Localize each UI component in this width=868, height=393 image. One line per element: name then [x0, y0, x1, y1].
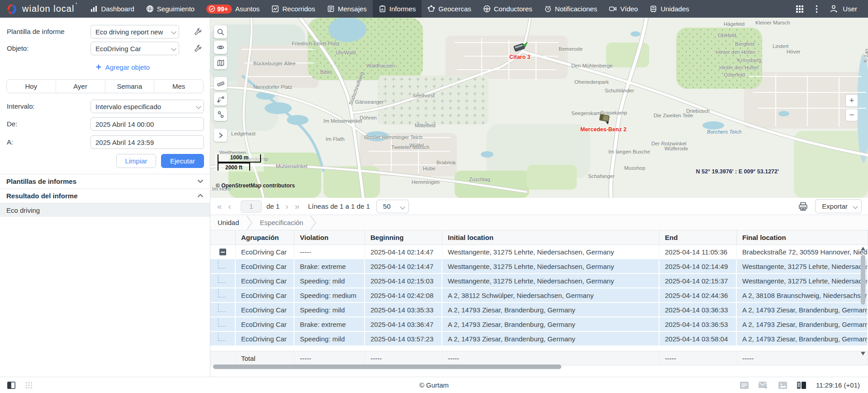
header-initial-location[interactable]: Initial location	[442, 230, 659, 244]
vscroll-thumb[interactable]	[861, 255, 865, 305]
section-report-templates[interactable]: Plantillas de informes	[0, 174, 210, 188]
clear-button[interactable]: Limpiar	[116, 154, 156, 168]
export-button[interactable]: Exportar	[815, 199, 862, 213]
object-select[interactable]: EcoDriving Car	[90, 42, 179, 55]
table-horizontal-scrollbar[interactable]	[210, 364, 868, 369]
interval-select[interactable]: Intervalo especificado	[90, 100, 204, 113]
map-view[interactable]: Friedrich-Ebert-PlatzBückeburger AlleeNe…	[210, 18, 868, 198]
map-visibility-button[interactable]	[214, 41, 227, 54]
page-number-input[interactable]: 1	[241, 200, 262, 213]
header-agrupacion[interactable]: Agrupación	[236, 230, 294, 244]
unit-marker-mercedes[interactable]: Mercedes-Benz 2	[598, 112, 611, 127]
nav-recorridos[interactable]: Recorridos	[266, 0, 321, 18]
map-waypoints-button[interactable]	[214, 108, 227, 121]
map-track-button[interactable]	[214, 92, 227, 105]
mail-notification-icon[interactable]	[759, 382, 768, 389]
table-row[interactable]: EcoDriving Car Speeding: mild 2025-04-14…	[210, 332, 868, 346]
header-end[interactable]: End	[659, 230, 737, 244]
nav-seguimiento[interactable]: Seguimiento	[140, 0, 200, 18]
nav-mensajes[interactable]: Mensajes	[321, 0, 373, 18]
quick-range-switcher: Hoy Ayer Semana Mes	[6, 79, 204, 93]
zoom-out-button[interactable]: −	[845, 109, 858, 121]
table-row[interactable]: EcoDriving Car Brake: extreme 2025-04-14…	[210, 259, 868, 274]
map-place-label: Lindert	[773, 43, 788, 49]
execute-button[interactable]: Ejecutar	[161, 154, 204, 168]
range-week[interactable]: Semana	[105, 80, 155, 93]
next-page-button[interactable]: ›	[282, 202, 291, 211]
header-violation[interactable]: Violation	[294, 230, 365, 244]
page-size-value: 50	[383, 202, 391, 210]
table-row[interactable]: EcoDriving Car Speeding: medium 2025-04-…	[210, 288, 868, 303]
prev-page-button[interactable]: ‹	[225, 202, 234, 211]
to-date-input[interactable]: 2025 Abril 14 23:59	[90, 135, 204, 149]
object-settings-wrench-icon[interactable]	[194, 44, 203, 53]
toggle-left-panel-icon[interactable]	[7, 382, 15, 389]
table-vertical-scrollbar[interactable]	[860, 247, 866, 355]
nav-asuntos[interactable]: 99+ Asuntos	[200, 0, 266, 18]
map-place-label: Bückeburger Allee	[253, 61, 295, 66]
range-yesterday[interactable]: Ayer	[56, 80, 105, 93]
range-month[interactable]: Mes	[154, 80, 203, 93]
nav-informes[interactable]: Informes	[373, 0, 422, 18]
cell-end: 2025-04-14 03:58:04	[659, 332, 737, 345]
user-menu[interactable]: User	[830, 5, 857, 13]
map-place-label: Höver	[787, 49, 801, 54]
table-row[interactable]: EcoDriving Car Speeding: mild 2025-04-14…	[210, 274, 868, 288]
page-size-select[interactable]: 50	[376, 200, 409, 213]
table-row[interactable]: EcoDriving Car Brake: extreme 2025-04-14…	[210, 317, 868, 332]
apps-grid-icon[interactable]	[796, 5, 804, 13]
map-expand-button[interactable]	[214, 129, 227, 142]
last-page-button[interactable]: »	[291, 202, 303, 211]
from-date-input[interactable]: 2025 Abril 14 00:00	[90, 117, 204, 131]
nav-notificaciones[interactable]: Notificaciones	[538, 0, 603, 18]
wialon-logo[interactable]: wialon local	[0, 3, 84, 15]
header-final-location[interactable]: Final location	[737, 230, 868, 244]
nav-label: Vídeo	[620, 5, 638, 13]
template-label: Plantilla de informe	[7, 28, 65, 35]
nav-unidades[interactable]: Unidades	[644, 0, 695, 18]
nav-label: Notificaciones	[555, 5, 597, 13]
template-settings-wrench-icon[interactable]	[194, 27, 203, 36]
section-report-result[interactable]: Resultado del informe	[0, 188, 210, 203]
user-icon	[830, 5, 838, 13]
image-panel-icon[interactable]	[778, 382, 787, 389]
scroll-down-arrow[interactable]	[861, 352, 865, 355]
scroll-up-arrow[interactable]	[861, 247, 865, 250]
truck-icon	[598, 112, 611, 125]
first-page-button[interactable]: «	[214, 202, 225, 211]
split-view-icon[interactable]	[797, 382, 806, 389]
collapse-group-icon[interactable]	[219, 249, 226, 255]
range-today[interactable]: Hoy	[7, 80, 56, 93]
add-object-button[interactable]: + Agregar objeto	[96, 63, 150, 71]
section-label: Plantillas de informes	[6, 177, 76, 185]
log-panel-icon[interactable]	[740, 382, 749, 389]
nav-video[interactable]: Vídeo	[603, 0, 644, 18]
template-select[interactable]: Eco driving report new	[90, 25, 179, 38]
unit-marker-citaro[interactable]: Citaro 3	[512, 41, 528, 56]
eye-icon	[217, 43, 224, 51]
top-navigation-bar: wialon local Dashboard Seguimiento 99+ A…	[0, 0, 868, 18]
tab-unidad[interactable]: Unidad	[210, 219, 247, 226]
tree-branch-icon	[218, 275, 227, 283]
tab-especificacion[interactable]: Especificación	[253, 219, 311, 226]
cell-final: A 2, 14793 Ziesar, Brandenburg, Germany	[737, 317, 868, 331]
map-place-label: Kleiner Marsch	[755, 20, 790, 25]
table-row[interactable]: EcoDriving Car Speeding: mild 2025-04-14…	[210, 303, 868, 317]
map-zoom-control: + −	[845, 94, 858, 121]
print-button[interactable]	[798, 202, 808, 211]
map-place-label: Schuhländer	[605, 88, 634, 93]
kebab-menu-icon[interactable]	[816, 5, 818, 13]
tree-branch-icon	[218, 260, 227, 268]
map-measure-button[interactable]	[214, 77, 227, 90]
map-layers-button[interactable]	[214, 56, 227, 69]
zoom-in-button[interactable]: +	[845, 94, 858, 107]
hscroll-thumb[interactable]	[213, 364, 561, 369]
bottom-grid-icon[interactable]	[25, 382, 33, 389]
nav-geocercas[interactable]: Geocercas	[422, 0, 477, 18]
header-beginning[interactable]: Beginning	[365, 230, 442, 244]
map-search-button[interactable]	[214, 25, 227, 38]
nav-conductores[interactable]: Conductores	[477, 0, 538, 18]
nav-dashboard[interactable]: Dashboard	[84, 0, 140, 18]
table-row-group[interactable]: EcoDriving Car ----- 2025-04-14 02:14:47…	[210, 245, 868, 259]
result-item-eco-driving[interactable]: Eco driving	[0, 203, 210, 217]
